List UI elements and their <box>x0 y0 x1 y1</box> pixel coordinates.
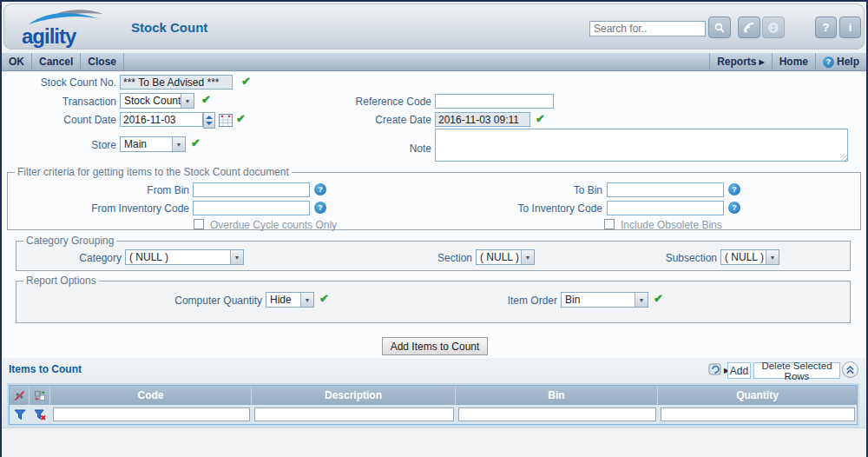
note-resize-grip[interactable] <box>840 154 847 161</box>
reports-arrow-icon: ▶ <box>759 58 764 66</box>
subsection-value: ( NULL ) <box>721 250 766 264</box>
filter-input-code[interactable] <box>53 407 250 421</box>
count-date-spinner[interactable] <box>203 112 215 129</box>
collapse-section-button[interactable] <box>842 361 858 378</box>
transaction-label: Transaction <box>2 96 116 108</box>
from-inventory-code-help-icon[interactable]: ? <box>314 202 326 214</box>
reference-code-label: Reference Code <box>317 96 431 108</box>
dropdown-icon: ▼ <box>635 293 648 307</box>
store-label: Store <box>2 139 116 151</box>
stock-count-window: agility Stock Count ? <box>0 0 868 457</box>
toolbar-right: Reports ▶ Home ? Help <box>709 53 866 70</box>
filter-cell-description <box>252 407 456 421</box>
rss-icon <box>743 22 755 34</box>
transaction-select[interactable]: Stock Count ▼ <box>120 93 194 109</box>
search-icon <box>713 22 726 34</box>
cancel-button[interactable]: Cancel <box>32 53 81 70</box>
header-sort-toggle-cell[interactable] <box>10 386 30 405</box>
collapse-chevrons-icon <box>845 364 856 375</box>
filter-input-description[interactable] <box>254 407 454 421</box>
reports-label: Reports <box>717 56 756 68</box>
from-bin-help-icon[interactable]: ? <box>314 183 326 195</box>
logo-text: agility <box>22 24 76 49</box>
question-icon: ? <box>823 21 830 34</box>
apply-filter-cell[interactable] <box>10 408 30 421</box>
dropdown-icon: ▼ <box>172 137 185 151</box>
to-bin-help-icon[interactable]: ? <box>728 183 740 195</box>
items-table-header-row: Code Description Bin Quantity <box>10 386 857 405</box>
grid-actions-icon[interactable] <box>708 362 723 376</box>
from-bin-label: From Bin <box>89 184 189 196</box>
computer-quantity-select[interactable]: Hide ▼ <box>266 292 314 308</box>
report-options-legend: Report Options <box>23 275 99 287</box>
item-order-value: Bin <box>562 293 635 307</box>
filter-input-bin[interactable] <box>458 407 656 421</box>
spin-down-icon <box>206 122 213 125</box>
filter-icon <box>14 408 26 421</box>
transaction-value: Stock Count <box>121 94 181 108</box>
column-header-bin[interactable]: Bin <box>456 386 658 405</box>
search-button[interactable] <box>708 17 731 38</box>
overdue-cycle-counts-label: Overdue Cycle counts Only <box>210 219 337 231</box>
info-button[interactable]: i <box>839 17 861 38</box>
section-select[interactable]: ( NULL ) ▼ <box>476 249 535 265</box>
help-circle-icon: ? <box>823 56 834 68</box>
item-order-label: Item Order <box>488 295 557 307</box>
create-date-field[interactable] <box>435 112 530 127</box>
help-menu-button[interactable]: ? Help <box>815 53 866 70</box>
count-date-field[interactable] <box>120 112 203 127</box>
ok-button[interactable]: OK <box>2 53 32 70</box>
store-select[interactable]: Main ▼ <box>120 136 186 152</box>
overdue-cycle-counts-checkbox[interactable] <box>194 219 204 229</box>
reports-menu[interactable]: Reports ▶ <box>709 53 772 70</box>
home-button[interactable]: Home <box>772 53 815 70</box>
to-inventory-code-help-icon[interactable]: ? <box>728 202 740 214</box>
add-items-to-count-button[interactable]: Add Items to Count <box>382 337 488 355</box>
stock-count-no-valid-icon: ✔ <box>241 75 251 88</box>
dropdown-icon: ▼ <box>230 250 243 264</box>
to-inventory-code-field[interactable] <box>607 201 724 215</box>
add-row-button[interactable]: Add <box>727 362 751 379</box>
reference-code-field[interactable] <box>435 94 554 109</box>
calendar-icon[interactable] <box>219 114 233 127</box>
column-header-quantity[interactable]: Quantity <box>658 386 857 405</box>
subsection-select[interactable]: ( NULL ) ▼ <box>720 249 779 265</box>
filter-input-quantity[interactable] <box>661 407 855 421</box>
computer-quantity-value: Hide <box>266 293 300 307</box>
from-inventory-code-field[interactable] <box>193 201 310 215</box>
filter-cell-code <box>50 407 252 421</box>
feed-button[interactable] <box>738 17 760 38</box>
include-obsolete-bins-label: Include Obsolete Bins <box>621 219 722 231</box>
to-bin-field[interactable] <box>607 182 724 197</box>
column-header-description[interactable]: Description <box>252 386 456 405</box>
subsection-label: Subsection <box>641 252 717 264</box>
page-title: Stock Count <box>131 4 207 50</box>
to-inventory-code-label: To Inventory Code <box>467 202 602 215</box>
note-field[interactable] <box>435 129 848 162</box>
category-select[interactable]: ( NULL ) ▼ <box>125 249 244 265</box>
items-table: Code Description Bin Quantity <box>9 385 858 425</box>
dropdown-icon: ▼ <box>181 94 194 108</box>
close-button[interactable]: Close <box>81 53 124 70</box>
search-input[interactable] <box>589 21 706 36</box>
help-button[interactable]: ? <box>815 17 837 38</box>
items-section-title: Items to Count <box>9 363 82 375</box>
stock-count-no-field[interactable] <box>120 75 233 89</box>
from-bin-field[interactable] <box>193 182 310 197</box>
create-date-label: Create Date <box>317 114 431 126</box>
column-header-code[interactable]: Code <box>50 386 252 405</box>
delete-selected-rows-button[interactable]: Delete Selected Rows <box>753 362 840 379</box>
filter-clear-icon <box>34 408 46 421</box>
note-label: Note <box>317 142 431 155</box>
store-valid-icon: ✔ <box>191 136 201 149</box>
header-swap-columns-cell[interactable] <box>30 386 50 405</box>
category-grouping-legend: Category Grouping <box>23 235 116 247</box>
clear-filter-cell[interactable] <box>30 408 50 421</box>
web-button[interactable] <box>762 17 785 38</box>
item-order-select[interactable]: Bin ▼ <box>561 292 648 308</box>
transaction-valid-icon: ✔ <box>201 93 211 106</box>
report-options-fieldset: Report Options <box>16 275 851 323</box>
spin-up-icon <box>206 116 213 119</box>
from-inventory-code-label: From Inventory Code <box>54 202 189 215</box>
include-obsolete-bins-checkbox[interactable] <box>604 219 615 229</box>
